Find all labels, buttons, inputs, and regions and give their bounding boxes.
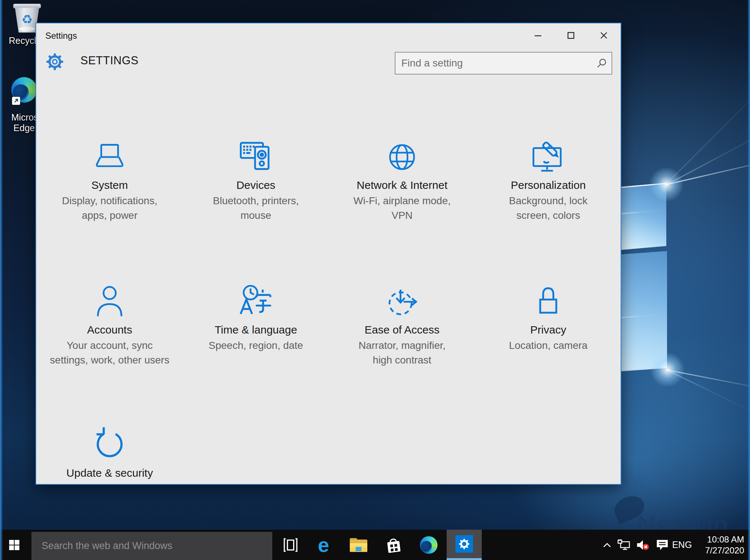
category-title: Ease of Access (329, 324, 475, 336)
globe-icon (329, 132, 475, 175)
category-tile-personalization[interactable]: Personalization Background, lock screen,… (475, 132, 621, 223)
edge-legacy-button[interactable]: e (306, 530, 341, 560)
minimize-button[interactable] (526, 26, 550, 45)
minimize-icon (533, 30, 543, 41)
maximize-icon (566, 30, 576, 41)
screen-edge-glow-left (0, 0, 3, 560)
category-title: Personalization (475, 179, 621, 191)
windows-logo-icon (9, 540, 19, 550)
edge-button[interactable] (411, 530, 446, 560)
store-bag-icon (384, 535, 403, 555)
settings-window: Settings SETTINGS (35, 23, 621, 485)
category-title: Network & Internet (329, 179, 475, 191)
find-setting-input[interactable] (395, 52, 612, 75)
start-button[interactable] (0, 530, 29, 560)
taskbar: Search the web and Windows e (0, 530, 750, 560)
category-tile-time-language[interactable]: Time & language Speech, region, date (183, 277, 329, 353)
person-icon (37, 277, 183, 319)
page-title: SETTINGS (80, 54, 139, 67)
category-tile-network[interactable]: Network & Internet Wi-Fi, airplane mode,… (329, 132, 475, 223)
clock[interactable]: 10:08 AM 7/27/2020 (694, 530, 746, 560)
category-description: Your account, sync settings, work, other… (49, 338, 170, 367)
tray-chevron-up-button[interactable] (600, 530, 614, 560)
category-description: Bluetooth, printers, mouse (203, 194, 309, 223)
category-tile-accounts[interactable]: Accounts Your account, sync settings, wo… (37, 277, 183, 367)
clock-date: 7/27/2020 (705, 545, 744, 556)
file-explorer-button[interactable] (341, 530, 376, 560)
window-title: Settings (45, 31, 77, 41)
category-tile-privacy[interactable]: Privacy Location, camera (475, 277, 621, 353)
tray-volume-muted-button[interactable] (635, 530, 651, 560)
tray-network-button[interactable] (616, 530, 632, 560)
language-indicator[interactable]: ENG (672, 530, 692, 560)
screen-edge-glow-right (747, 0, 750, 560)
category-description: Background, lock screen, colors (495, 194, 601, 223)
lock-icon (475, 277, 621, 319)
category-description: Windows Update (49, 481, 170, 485)
category-title: Time & language (183, 324, 329, 336)
clock-time: 10:08 AM (707, 534, 744, 545)
edge-label: Microsoft (11, 112, 37, 123)
time-language-icon (183, 277, 329, 319)
close-icon (599, 30, 609, 41)
settings-gear-icon (46, 53, 64, 71)
edge-icon (11, 77, 37, 103)
chevron-up-icon (603, 542, 611, 548)
shortcut-arrow-icon (12, 97, 20, 105)
taskbar-search-placeholder: Search the web and Windows (42, 540, 172, 552)
corner-glow (650, 352, 685, 387)
edge-legacy-icon: e (318, 535, 329, 555)
edge-icon (420, 536, 438, 554)
network-icon (617, 539, 631, 551)
task-view-button[interactable] (273, 530, 308, 560)
close-button[interactable] (591, 26, 616, 45)
action-center-icon (656, 539, 669, 551)
category-description: Wi-Fi, airplane mode, VPN (342, 194, 462, 223)
settings-gear-icon (455, 535, 473, 553)
category-title: Accounts (37, 324, 183, 336)
light-ray (666, 3, 750, 184)
category-title: Privacy (475, 324, 621, 336)
settings-app-button-active[interactable] (447, 530, 482, 560)
taskbar-search-input[interactable]: Search the web and Windows (31, 532, 272, 560)
ease-of-access-icon (329, 277, 475, 319)
corner-glow (649, 167, 684, 202)
category-description: Narrator, magnifier, high contrast (349, 338, 455, 367)
search-icon[interactable] (596, 58, 607, 69)
category-description: Display, notifications, apps, power (49, 194, 170, 223)
laptop-icon (37, 132, 183, 175)
category-tile-devices[interactable]: Devices Bluetooth, printers, mouse (183, 132, 329, 223)
volume-muted-icon (636, 539, 649, 551)
category-description: Location, camera (488, 338, 609, 353)
action-center-button[interactable] (654, 530, 670, 560)
task-view-icon (283, 537, 299, 553)
maximize-button[interactable] (558, 26, 583, 45)
category-tile-update-security[interactable]: Update & security Windows Update (37, 420, 183, 485)
personalization-icon (475, 132, 621, 175)
category-tile-ease-of-access[interactable]: Ease of Access Narrator, magnifier, high… (329, 277, 475, 367)
update-icon (37, 420, 183, 462)
devices-icon (183, 132, 329, 175)
category-tile-system[interactable]: System Display, notifications, apps, pow… (37, 132, 183, 223)
folder-icon (350, 538, 367, 552)
category-description: Speech, region, date (196, 338, 316, 353)
desktop-icon-microsoft-edge[interactable]: Microsoft Edge (11, 77, 37, 133)
store-button[interactable] (376, 530, 411, 560)
category-title: Update & security (37, 467, 183, 479)
edge-label2: Edge (11, 123, 37, 133)
category-title: Devices (183, 179, 329, 191)
category-title: System (37, 179, 183, 191)
